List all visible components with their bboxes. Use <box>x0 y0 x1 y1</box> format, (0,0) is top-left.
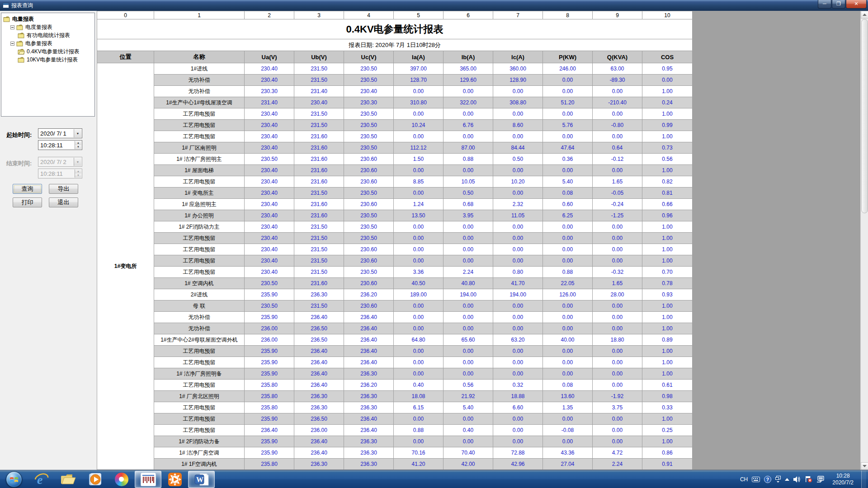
column-number-cell: 0 <box>97 11 154 19</box>
network-monitor-icon[interactable] <box>816 476 825 483</box>
chevron-down-icon[interactable]: ▼ <box>74 129 81 137</box>
value-cell: 0.95 <box>642 63 693 75</box>
value-cell: 308.80 <box>493 97 543 108</box>
value-cell: 236.30 <box>294 402 344 413</box>
tree-item[interactable]: 10KV电参量统计报表 <box>1 56 94 64</box>
row-name-cell: 工艺用电预留 <box>154 267 245 278</box>
svg-text:W: W <box>196 476 203 483</box>
tree-expander-icon[interactable] <box>10 42 14 46</box>
exit-button[interactable]: 退出 <box>49 197 78 207</box>
media-player-icon[interactable] <box>81 471 108 488</box>
value-cell: 40.80 <box>443 278 493 289</box>
value-cell: 230.60 <box>344 199 394 210</box>
value-cell: 112.12 <box>394 142 443 154</box>
value-cell: 236.30 <box>294 289 344 300</box>
tray-clock[interactable]: 10:28 2020/7/2 <box>829 473 857 486</box>
scroll-up-icon[interactable] <box>861 11 868 19</box>
start-time-value: 10:28:11 <box>40 142 63 149</box>
value-cell: 236.30 <box>344 436 394 447</box>
value-cell: 230.50 <box>344 267 394 278</box>
start-time-spinner[interactable]: 10:28:11 ▲▼ <box>38 140 82 150</box>
value-cell: 1.00 <box>642 312 693 323</box>
value-cell: 230.60 <box>344 278 394 289</box>
minimize-button[interactable]: ─ <box>818 0 831 9</box>
tree-expander-icon[interactable] <box>10 25 14 29</box>
value-cell: 231.40 <box>294 86 344 97</box>
row-name-cell: 工艺用电预留 <box>154 380 245 391</box>
barcode-app-icon[interactable] <box>135 471 161 488</box>
value-cell: 1.00 <box>642 131 693 142</box>
window-titlebar: 报表查询 ─ ❐ ✕ <box>0 0 868 11</box>
restore-button[interactable]: ❐ <box>832 0 845 9</box>
explorer-folder-icon[interactable] <box>55 471 81 488</box>
close-button[interactable]: ✕ <box>846 0 867 9</box>
internet-explorer-icon[interactable]: e <box>28 471 55 488</box>
value-cell: 231.50 <box>294 63 344 75</box>
value-cell: 0.00 <box>394 300 443 312</box>
value-cell: 236.40 <box>294 312 344 323</box>
query-button[interactable]: 查询 <box>13 184 42 194</box>
value-cell: 235.90 <box>245 346 294 357</box>
show-desktop-button[interactable] <box>861 470 866 488</box>
word-icon[interactable]: W <box>188 471 215 488</box>
value-cell: 236.40 <box>245 425 294 436</box>
value-cell: 230.40 <box>245 176 294 188</box>
value-cell: 8.85 <box>394 176 443 188</box>
tree-item[interactable]: 电参量报表 <box>1 39 94 47</box>
value-cell: 236.50 <box>294 323 344 334</box>
print-button[interactable]: 打印 <box>13 197 42 207</box>
folder-icon <box>18 57 25 63</box>
volume-icon[interactable] <box>793 476 801 483</box>
value-cell: 230.60 <box>344 165 394 176</box>
language-indicator[interactable]: CH <box>740 476 748 483</box>
value-cell: 0.00 <box>593 323 642 334</box>
scrollbar-thumb[interactable] <box>861 19 868 213</box>
value-cell: 6.60 <box>493 402 543 413</box>
value-cell: 230.40 <box>245 142 294 154</box>
spin-down-icon[interactable]: ▼ <box>75 145 81 149</box>
value-cell: 236.40 <box>344 413 394 425</box>
tree-item[interactable]: 电度量报表 <box>1 23 94 31</box>
row-name-cell: 工艺用电预留 <box>154 255 245 267</box>
value-cell: 0.00 <box>493 368 543 380</box>
row-name-cell: 工艺用电预留 <box>154 244 245 255</box>
value-cell: 41.20 <box>394 459 443 470</box>
value-cell: 3.36 <box>394 267 443 278</box>
value-cell: 230.40 <box>245 210 294 221</box>
export-button[interactable]: 导出 <box>49 184 78 194</box>
keyboard-icon[interactable] <box>752 477 760 482</box>
show-hidden-icons[interactable] <box>785 478 789 481</box>
pinwheel-browser-icon[interactable] <box>108 471 135 488</box>
tree-item[interactable]: 有功电能统计报表 <box>1 31 94 39</box>
value-cell: 0.00 <box>543 221 593 233</box>
table-row: 1# 空调内机230.50231.60230.6040.5040.8041.70… <box>97 278 693 289</box>
value-cell: 230.50 <box>344 63 394 75</box>
value-cell: 0.66 <box>642 199 693 210</box>
value-cell: 230.50 <box>344 142 394 154</box>
value-cell: 235.80 <box>245 402 294 413</box>
start-date-combo[interactable]: 2020/ 7/ 1 ▼ <box>38 128 82 138</box>
value-cell: 0.40 <box>443 425 493 436</box>
scroll-down-icon[interactable] <box>861 462 868 470</box>
value-cell: 0.60 <box>543 199 593 210</box>
start-button[interactable] <box>0 470 28 488</box>
value-cell: 360.00 <box>493 63 543 75</box>
window-dropdown-icon[interactable] <box>775 476 781 483</box>
value-cell: -0.24 <box>593 199 642 210</box>
value-cell: 3.75 <box>593 402 642 413</box>
row-name-cell: 1# 应急照明主 <box>154 199 245 210</box>
value-cell: 0.00 <box>394 86 443 97</box>
spin-up-icon[interactable]: ▲ <box>75 141 81 145</box>
orange-gear-app-icon[interactable] <box>161 471 188 488</box>
vertical-scrollbar[interactable] <box>860 11 868 470</box>
value-cell: 1.00 <box>642 357 693 368</box>
help-icon[interactable]: ? <box>764 476 771 483</box>
value-cell: 1.00 <box>642 436 693 447</box>
tree-item[interactable]: 电量报表 <box>1 15 94 23</box>
value-cell: 0.00 <box>593 300 642 312</box>
left-panel: 电量报表电度量报表有功电能统计报表电参量报表0.4KV电参量统计报表10KV电参… <box>0 11 97 470</box>
network-error-icon[interactable] <box>805 476 812 483</box>
value-cell: 0.00 <box>493 233 543 244</box>
tree-item[interactable]: 0.4KV电参量统计报表 <box>1 47 94 56</box>
app-body: 电量报表电度量报表有功电能统计报表电参量报表0.4KV电参量统计报表10KV电参… <box>0 11 868 470</box>
